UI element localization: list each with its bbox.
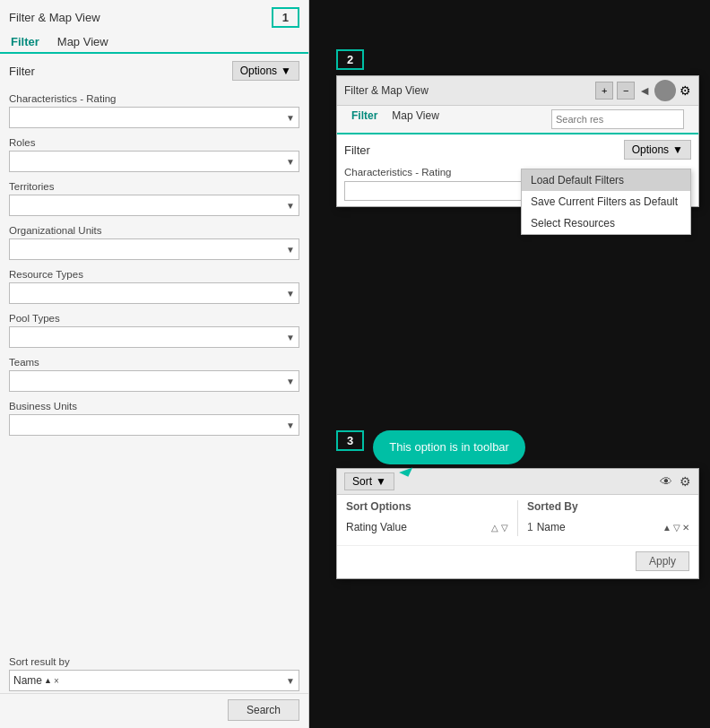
speech-bubble: This option is in toolbar [373, 430, 525, 464]
expand-icon[interactable]: + [595, 82, 613, 100]
sort-value-name: Name [13, 674, 42, 687]
menu-item-load-default[interactable]: Load Default Filters [522, 169, 690, 191]
sort-panel-toolbar: Sort ▼ 👁 ⚙ [337, 469, 698, 495]
sort-option-row: Rating Value △ ▽ [346, 518, 508, 536]
filter-map-popup: Filter & Map View + − ◄ ⚙ Filter Map Vie… [336, 75, 699, 207]
sort-result-dropdown[interactable]: Name ▲ × ▼ [9, 670, 299, 691]
filter-dropdown-org-units[interactable]: ▼ [9, 238, 299, 260]
remove-sort-icon[interactable]: ✕ [682, 523, 689, 533]
filter-dropdown-territories[interactable]: ▼ [9, 195, 299, 216]
chevron-down-icon: ▼ [286, 676, 295, 686]
popup-tabs-bar: Filter Map View [337, 106, 698, 134]
sort-result-label: Sort result by [9, 656, 299, 667]
filter-group-territories: Territories ▼ [9, 181, 299, 216]
chevron-down-icon: ▼ [286, 289, 295, 299]
popup-options-button[interactable]: Options ▼ [624, 140, 691, 160]
filter-label-left: Filter [9, 65, 35, 78]
menu-item-save-default[interactable]: Save Current Filters as Default [522, 191, 690, 212]
filter-group-label-resource-types: Resource Types [9, 269, 299, 280]
sort-button[interactable]: Sort ▼ [344, 472, 394, 490]
filter-group-pool-types: Pool Types ▼ [9, 313, 299, 348]
filter-group-label-org-units: Organizational Units [9, 225, 299, 236]
callout-1: 1 [272, 7, 299, 28]
options-button-left[interactable]: Options ▼ [232, 61, 299, 81]
chevron-down-icon: ▼ [286, 333, 295, 342]
callout-2-wrapper: 2 Filter & Map View + − ◄ ⚙ Filter Map V… [336, 49, 704, 207]
sorted-by-name: Name [537, 521, 566, 533]
eye-icon[interactable]: 👁 [660, 474, 672, 489]
filter-dropdown-pool-types[interactable]: ▼ [9, 326, 299, 348]
filter-group-business-units: Business Units ▼ [9, 401, 299, 436]
popup-title-bar: Filter & Map View + − ◄ ⚙ [337, 76, 698, 106]
sort-panel: Sort ▼ 👁 ⚙ Sort Options Rating Value △ ▽ [336, 468, 699, 579]
chevron-down-icon: ▼ [286, 377, 295, 386]
gear-icon[interactable]: ⚙ [680, 474, 691, 489]
popup-filter-header: Filter Options ▼ [337, 134, 698, 165]
sort-apply-row: Apply [337, 545, 698, 578]
filter-dropdown-characteristics[interactable]: ▼ [9, 107, 299, 128]
filter-group-characteristics: Characteristics - Rating ▼ [9, 93, 299, 128]
left-panel: Filter & Map View 1 Filter Map View Filt… [0, 0, 309, 728]
sort-ascending-icon: ▲ [44, 676, 52, 685]
chevron-down-icon: ▼ [286, 420, 295, 430]
chevron-down-icon: ▼ [376, 475, 386, 488]
sort-ascending-icon[interactable]: △ [491, 523, 498, 533]
filter-dropdown-business-units[interactable]: ▼ [9, 414, 299, 436]
chevron-down-icon: ▼ [672, 143, 683, 156]
move-up-icon[interactable]: ▲ [662, 523, 671, 533]
filter-dropdown-resource-types[interactable]: ▼ [9, 282, 299, 304]
filter-group-org-units: Organizational Units ▼ [9, 225, 299, 260]
filter-dropdown-teams[interactable]: ▼ [9, 370, 299, 392]
chevron-down-icon: ▼ [286, 113, 295, 123]
search-button[interactable]: Search [228, 699, 299, 721]
popup-title: Filter & Map View [344, 84, 429, 97]
sorted-by-header: Sorted By [527, 500, 689, 513]
search-input[interactable] [551, 109, 684, 129]
filter-group-label-characteristics: Characteristics - Rating [9, 93, 299, 104]
callout-2: 2 [336, 49, 364, 70]
user-avatar [654, 80, 676, 101]
filter-group-label-roles: Roles [9, 137, 299, 148]
options-dropdown-menu: Load Default Filters Save Current Filter… [521, 169, 691, 235]
popup-body: Filter Options ▼ Characteristics - Ratin… [337, 134, 698, 206]
chevron-down-icon: ▼ [286, 201, 295, 211]
popup-tab-filter[interactable]: Filter [344, 106, 385, 134]
filter-scroll-left: Characteristics - Rating ▼ Roles ▼ Terri… [0, 88, 308, 651]
sorted-by-row: 1 Name ▲ ▽ ✕ [527, 518, 689, 536]
filter-dropdown-roles[interactable]: ▼ [9, 151, 299, 172]
filter-group-label-territories: Territories [9, 181, 299, 192]
filter-group-resource-types: Resource Types ▼ [9, 269, 299, 304]
collapse-icon[interactable]: − [617, 82, 635, 100]
chevron-down-icon: ▼ [286, 157, 295, 167]
sort-remove-icon[interactable]: × [54, 676, 59, 686]
close-icon[interactable]: ◄ [638, 83, 651, 98]
filter-group-label-pool-types: Pool Types [9, 313, 299, 324]
search-button-bar: Search [0, 693, 308, 728]
filter-header-left: Filter Options ▼ [0, 54, 308, 88]
filter-group-teams: Teams ▼ [9, 357, 299, 392]
tab-filter-left[interactable]: Filter [9, 31, 48, 54]
apply-button[interactable]: Apply [636, 551, 689, 571]
sort-result-section: Sort result by Name ▲ × ▼ [0, 651, 308, 693]
chevron-down-icon: ▼ [281, 65, 291, 77]
sort-descending-icon[interactable]: ▽ [501, 523, 508, 533]
menu-item-select-resources[interactable]: Select Resources [522, 212, 690, 234]
popup-filter-label: Filter [344, 143, 370, 157]
filter-group-label-business-units: Business Units [9, 401, 299, 412]
tab-mapview-left[interactable]: Map View [56, 31, 117, 54]
panel-title: Filter & Map View [9, 11, 100, 24]
sort-options-col: Sort Options Rating Value △ ▽ [346, 500, 518, 536]
filter-group-label-teams: Teams [9, 357, 299, 368]
popup-tab-mapview[interactable]: Map View [385, 106, 446, 134]
settings-icon[interactable]: ⚙ [680, 83, 691, 98]
callout-3-wrapper: 3 This option is in toolbar Sort ▼ 👁 ⚙ S… [336, 430, 708, 579]
filter-group-roles: Roles ▼ [9, 137, 299, 172]
sorted-by-num: 1 [527, 521, 533, 533]
sort-option-rating-value: Rating Value [346, 521, 407, 533]
callout-3: 3 [336, 430, 364, 451]
chevron-down-icon: ▼ [286, 245, 295, 255]
sort-options-header: Sort Options [346, 500, 508, 513]
panel-title-bar: Filter & Map View 1 [0, 0, 308, 31]
move-down-icon[interactable]: ▽ [673, 523, 680, 533]
left-tabs-bar: Filter Map View [0, 31, 308, 54]
